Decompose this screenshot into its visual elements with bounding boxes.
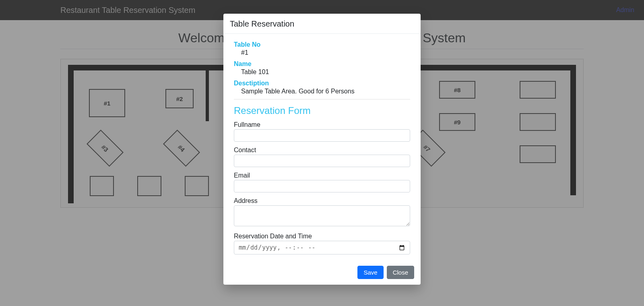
label-contact: Contact	[234, 147, 410, 154]
label-email: Email	[234, 172, 410, 179]
label-datetime: Reservation Date and Time	[234, 233, 410, 240]
modal-footer: Save Close	[223, 261, 421, 285]
contact-input[interactable]	[234, 155, 410, 167]
label-address: Address	[234, 197, 410, 205]
label-table-no: Table No	[234, 41, 410, 48]
modal-body: Table No #1 Name Table 101 Desctiption S…	[223, 34, 421, 261]
fullname-input[interactable]	[234, 129, 410, 142]
datetime-input[interactable]	[234, 241, 410, 254]
label-fullname: Fullname	[234, 121, 410, 128]
modal-divider	[234, 99, 410, 99]
value-name: Table 101	[241, 68, 410, 76]
reservation-modal: Table Reservation Table No #1 Name Table…	[223, 14, 421, 285]
email-input[interactable]	[234, 180, 410, 192]
save-button[interactable]: Save	[357, 266, 383, 279]
value-description: Sample Table Area. Good for 6 Persons	[241, 88, 410, 95]
reservation-form-title: Reservation Form	[234, 105, 410, 116]
modal-title: Table Reservation	[223, 14, 421, 34]
address-input[interactable]	[234, 205, 410, 226]
label-description: Desctiption	[234, 80, 410, 87]
close-button[interactable]: Close	[387, 266, 414, 279]
label-name: Name	[234, 60, 410, 68]
value-table-no: #1	[241, 49, 410, 56]
